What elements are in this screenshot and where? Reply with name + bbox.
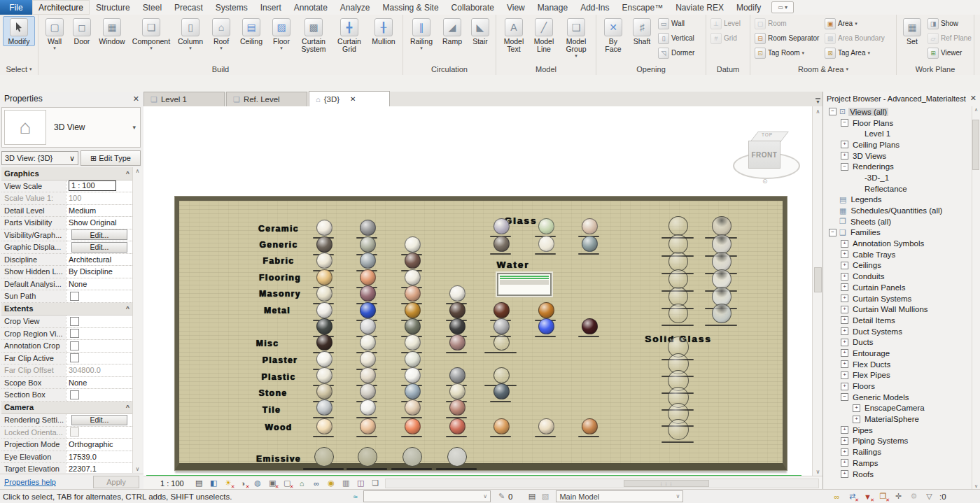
tab-annotate[interactable]: Annotate bbox=[288, 0, 334, 15]
checkbox[interactable] bbox=[70, 317, 79, 326]
material-sphere[interactable] bbox=[712, 304, 732, 323]
material-sphere[interactable] bbox=[316, 269, 332, 285]
component-button[interactable]: ❏Component▾ bbox=[130, 16, 173, 52]
scroll-down-icon[interactable]: ∨ bbox=[974, 483, 978, 489]
locked-3d-view-icon[interactable]: ⌂ bbox=[297, 478, 307, 488]
material-sphere[interactable] bbox=[316, 399, 332, 416]
properties-help-link[interactable]: Properties help bbox=[4, 478, 93, 486]
material-sphere[interactable] bbox=[493, 218, 510, 234]
browser-item-duct-systems[interactable]: +Duct Systems bbox=[823, 326, 972, 337]
prop-value-crop-view[interactable] bbox=[66, 316, 132, 327]
expand-icon[interactable]: + bbox=[841, 141, 848, 148]
material-sphere[interactable] bbox=[582, 418, 598, 434]
browser-item-views-all[interactable]: −⊡Views (all) bbox=[823, 106, 972, 118]
ribbon-display-toggle[interactable]: ▭▾ bbox=[771, 1, 794, 13]
browser-item-curtain-wall-mullions[interactable]: +Curtain Wall Mullions bbox=[823, 304, 972, 315]
drag-on-selection-icon[interactable]: ⚙ bbox=[909, 491, 919, 502]
close-icon[interactable]: ✕ bbox=[350, 95, 356, 103]
material-sphere[interactable] bbox=[360, 220, 376, 236]
material-sphere[interactable] bbox=[493, 334, 510, 350]
tab-precast[interactable]: Precast bbox=[168, 0, 209, 15]
material-sphere[interactable] bbox=[360, 253, 376, 269]
view-tab-ref-level[interactable]: ❏Ref. Level bbox=[226, 92, 307, 106]
floor-button[interactable]: ▨Floor▾ bbox=[268, 16, 295, 52]
material-sphere[interactable] bbox=[493, 236, 510, 252]
reload-links-icon[interactable]: ⇄✕ bbox=[847, 491, 858, 502]
prop-value-rendering-setti[interactable]: Edit... bbox=[66, 414, 132, 426]
browser-item-enscapecamera[interactable]: +EnscapeCamera bbox=[823, 403, 972, 414]
browser-item-conduits[interactable]: +Conduits bbox=[823, 271, 972, 282]
temp-view-properties-icon[interactable]: ▥ bbox=[341, 478, 351, 488]
crop-region-icon[interactable]: ▢✕ bbox=[282, 478, 293, 488]
scroll-down-icon[interactable]: ∨ bbox=[136, 466, 140, 472]
scroll-up-icon[interactable]: ∧ bbox=[136, 168, 140, 174]
material-category-label-masonry[interactable]: Masonry bbox=[259, 289, 301, 299]
viewcube[interactable]: TOPFRONT⊙ bbox=[732, 127, 802, 192]
material-sphere[interactable] bbox=[316, 302, 332, 318]
expand-icon[interactable]: + bbox=[841, 295, 848, 302]
scale-button[interactable]: 1 : 100 bbox=[160, 479, 184, 488]
browser-item-annotation-symbols[interactable]: +Annotation Symbols bbox=[823, 238, 972, 249]
browser-item-ceiling-plans[interactable]: +Ceiling Plans bbox=[823, 139, 972, 150]
material-sphere[interactable] bbox=[316, 253, 332, 269]
material-category-label-stone[interactable]: Stone bbox=[259, 388, 288, 398]
pinned-elements-icon[interactable]: ▼✕ bbox=[862, 491, 873, 502]
exclude-options-icon[interactable]: ▧ bbox=[540, 491, 550, 502]
browser-item-sheets-all[interactable]: ❐Sheets (all) bbox=[823, 216, 972, 227]
collapse-icon[interactable]: − bbox=[841, 393, 848, 401]
area-boundary-button[interactable]: ▧Area Boundary bbox=[823, 31, 893, 45]
selection-filter-icon[interactable]: ▽ bbox=[924, 491, 934, 502]
material-sphere[interactable] bbox=[360, 269, 376, 285]
material-sphere[interactable] bbox=[449, 383, 465, 399]
material-sphere[interactable] bbox=[405, 367, 421, 383]
material-sphere[interactable] bbox=[360, 285, 376, 302]
tab-enscape[interactable]: Enscape™ bbox=[616, 0, 670, 15]
browser-item-floor-plans[interactable]: −Floor Plans bbox=[823, 118, 972, 129]
prop-section-camera[interactable]: Camera^ bbox=[1, 402, 132, 415]
edit-type-button[interactable]: ⊞ Edit Type bbox=[80, 150, 141, 166]
expand-icon[interactable]: + bbox=[841, 383, 848, 390]
browser-item-piping-systems[interactable]: +Piping Systems bbox=[823, 436, 972, 447]
horizontal-scrollbar[interactable]: ⋮⋮⋮ bbox=[385, 479, 819, 488]
viewcube-options-icon[interactable]: ⊙ bbox=[762, 178, 768, 185]
browser-item-ramps[interactable]: +Ramps bbox=[823, 458, 972, 469]
editable-only-icon[interactable]: ✎ bbox=[496, 491, 507, 502]
ribbon-panel-label-model[interactable]: Model bbox=[496, 64, 596, 75]
checkbox[interactable] bbox=[70, 390, 79, 399]
material-sphere[interactable] bbox=[582, 236, 598, 252]
material-sphere[interactable] bbox=[316, 236, 332, 253]
material-sphere[interactable] bbox=[360, 334, 376, 350]
material-sphere[interactable] bbox=[493, 367, 510, 383]
material-category-label-emissive[interactable]: Emissive bbox=[256, 454, 301, 464]
browser-item-ducts[interactable]: +Ducts bbox=[823, 336, 972, 348]
tab-add-ins[interactable]: Add-Ins bbox=[574, 0, 615, 15]
material-sphere[interactable] bbox=[712, 269, 732, 289]
material-sphere[interactable] bbox=[538, 418, 554, 434]
door-button[interactable]: ◻Door bbox=[69, 16, 94, 46]
level-button[interactable]: ⊥Level bbox=[709, 16, 747, 31]
tab-systems[interactable]: Systems bbox=[209, 0, 254, 15]
prop-value-annotation-crop[interactable] bbox=[66, 340, 132, 352]
material-sphere[interactable] bbox=[447, 447, 467, 467]
material-sphere[interactable] bbox=[405, 318, 421, 334]
material-sphere[interactable] bbox=[449, 367, 465, 383]
checkbox[interactable] bbox=[70, 341, 79, 350]
sun-path-icon[interactable]: ☀✕ bbox=[223, 478, 234, 488]
prop-value-crop-region-vi[interactable] bbox=[66, 328, 132, 340]
water-sample-panel[interactable] bbox=[497, 273, 552, 296]
checkbox[interactable] bbox=[70, 329, 79, 338]
tab-collaborate[interactable]: Collaborate bbox=[445, 0, 500, 15]
tab-structure[interactable]: Structure bbox=[90, 0, 136, 15]
select-by-face-icon[interactable]: ✛ bbox=[893, 491, 904, 502]
curtain-system-button[interactable]: ▩Curtain System bbox=[296, 16, 331, 54]
expand-icon[interactable]: + bbox=[841, 360, 848, 368]
material-sphere[interactable] bbox=[360, 399, 376, 416]
material-sphere[interactable] bbox=[316, 367, 332, 383]
browser-item-reflectance[interactable]: Reflectance bbox=[823, 183, 972, 194]
expand-icon[interactable]: + bbox=[841, 349, 848, 357]
ref-plane-button[interactable]: ▱Ref Plane bbox=[926, 31, 971, 45]
detail-level-icon[interactable]: ▤ bbox=[194, 478, 204, 488]
area-button[interactable]: ▣Area▾ bbox=[823, 16, 893, 31]
ribbon-panel-label-select[interactable]: Select▾ bbox=[0, 64, 38, 75]
tab-massing-site[interactable]: Massing & Site bbox=[377, 0, 445, 15]
